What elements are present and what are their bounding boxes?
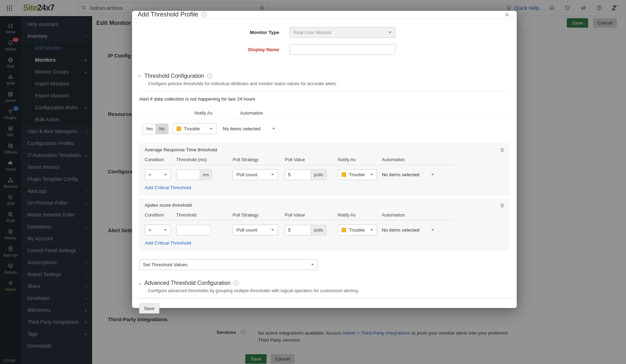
chevron-down-icon [272, 128, 275, 130]
info-icon [201, 12, 206, 17]
card-grid: Condition Threshold (ms) Poll Strategy P… [145, 157, 455, 180]
card-grid: Condition Threshold Poll Strategy Poll V… [145, 212, 455, 235]
display-name-input[interactable] [290, 44, 395, 55]
advanced-threshold-description: Configure advanced thresholds by groupin… [148, 288, 510, 293]
poll-value-input[interactable] [285, 170, 311, 180]
monitor-type-select[interactable]: Real User Monitor [290, 27, 395, 38]
yes-no-toggle: Yes No [143, 124, 168, 134]
card-title: Average Response Time threshold [145, 147, 504, 152]
notify-as-header: Notify As [194, 110, 212, 116]
trash-icon[interactable] [500, 147, 505, 153]
poll-value-unit: polls [311, 225, 326, 235]
divider [139, 298, 510, 298]
add-critical-threshold-link[interactable]: Add Critical Threshold [145, 240, 191, 246]
data-collection-alert-text: Alert if data collection is not happenin… [139, 96, 510, 102]
card-title: Apdex score threshold [145, 202, 504, 208]
divider [139, 91, 510, 91]
info-icon [233, 281, 239, 286]
monitor-type-label: Monitor Type [139, 30, 279, 35]
close-icon[interactable] [505, 11, 509, 18]
add-threshold-profile-modal: Add Threshold Profile Monitor Type Real … [132, 11, 517, 308]
poll-strategy-select[interactable]: Poll count [233, 225, 278, 235]
chevron-down-icon [210, 128, 213, 130]
add-critical-threshold-link[interactable]: Add Critical Threshold [145, 185, 191, 190]
display-name-label: Display Name [139, 47, 279, 52]
data-collection-toggle-row: Yes No Trouble No items selected [139, 123, 510, 134]
poll-value-unit: polls [311, 170, 326, 180]
poll-value-input[interactable] [285, 225, 311, 235]
chevron-down-icon [271, 174, 274, 176]
no-button[interactable]: No [156, 124, 168, 134]
modal-title: Add Threshold Profile [138, 11, 198, 18]
notify-as-select[interactable]: Trouble [338, 169, 377, 180]
set-threshold-values-select[interactable]: Set Threshold Values [139, 259, 318, 270]
threshold-configuration-toggle[interactable]: › Threshold Configuration [139, 73, 510, 79]
threshold-card-apdex-score: Apdex score threshold Condition Threshol… [139, 198, 510, 251]
app-root: Site24x7 Quick Help Zʾ HomeAlarms24WebAP… [0, 0, 626, 364]
poll-strategy-select[interactable]: Poll count [233, 169, 278, 180]
modal-save-button[interactable]: Save [139, 303, 159, 314]
automation-dropdown[interactable]: No items selected [382, 172, 434, 177]
advanced-threshold-configuration-toggle[interactable]: › Advanced Threshold Configuration [139, 280, 510, 286]
modal-body: Monitor Type Real User Monitor Display N… [132, 19, 517, 298]
chevron-down-icon [164, 174, 167, 176]
info-icon [207, 74, 212, 79]
trouble-color-swatch [342, 228, 346, 232]
chevron-down-icon [164, 229, 167, 231]
chevron-down-icon [370, 229, 373, 231]
notify-as-select[interactable]: Trouble [338, 225, 377, 235]
divider [139, 119, 510, 119]
chevron-down-icon: › [137, 75, 143, 77]
trouble-color-swatch [177, 126, 181, 131]
chevron-right-icon: › [139, 280, 141, 286]
modal-footer: Save [132, 298, 517, 314]
chevron-down-icon [431, 229, 434, 231]
threshold-input[interactable] [176, 170, 200, 180]
toggle-row-headers: Notify As Automation [139, 110, 510, 116]
automation-dropdown[interactable]: No items selected [223, 126, 275, 131]
automation-dropdown[interactable]: No items selected [382, 227, 434, 233]
chevron-down-icon [271, 229, 274, 231]
chevron-down-icon [389, 32, 392, 33]
threshold-input[interactable] [176, 225, 211, 235]
automation-header: Automation [240, 110, 263, 116]
condition-select[interactable]: < [145, 225, 171, 235]
notify-as-select[interactable]: Trouble [173, 123, 216, 134]
chevron-down-icon [431, 174, 434, 176]
modal-header: Add Threshold Profile [132, 11, 517, 19]
trash-icon[interactable] [500, 202, 505, 208]
threshold-unit: ms [200, 170, 212, 180]
chevron-down-icon [311, 264, 314, 266]
trouble-color-swatch [342, 172, 346, 177]
threshold-configuration-description: Configure precise thresholds for individ… [148, 81, 510, 86]
yes-button[interactable]: Yes [143, 124, 156, 134]
threshold-card-avg-response-time: Average Response Time threshold Conditio… [139, 143, 510, 195]
condition-select[interactable]: > [145, 169, 171, 180]
chevron-down-icon [370, 174, 373, 176]
